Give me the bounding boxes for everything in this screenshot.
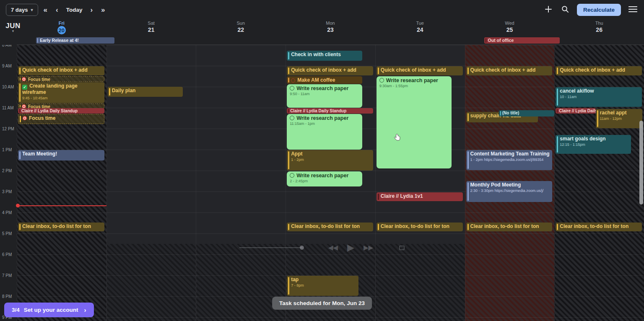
day-column-sat[interactable] (106, 45, 196, 321)
time-label: 12 PM (2, 127, 16, 131)
view-range-label: 7 days (11, 7, 28, 13)
calendar-event[interactable]: Focus time (18, 114, 104, 124)
event-title: cancel akiflow (560, 88, 640, 94)
calendar-event[interactable]: Write research paper2 - 2:45pm (287, 171, 362, 186)
calendar-event[interactable]: Quick check of inbox + add (556, 66, 642, 75)
calendar-event[interactable]: Daily plan (108, 87, 183, 97)
event-title: Monthly Pod Meeting (470, 182, 551, 188)
day-column-thu[interactable] (554, 45, 644, 321)
calendar-event[interactable]: Focus time (18, 76, 104, 82)
calendar-event[interactable]: Content Marketing Team Training1 - 2pm h… (466, 150, 553, 170)
all-day-event[interactable]: Out of office (484, 37, 560, 44)
event-title: Make AM coffee (291, 78, 361, 83)
vertical-scrollbar[interactable] (639, 121, 643, 205)
event-title: Claire // Lydia 1v1 (381, 194, 461, 199)
play-icon[interactable]: ▶ (347, 242, 354, 253)
event-title: Clear inbox, to-do list for ton (22, 224, 103, 230)
day-header-sun[interactable]: Sun22 (196, 19, 286, 37)
toolbar-left: 7 days ▾ « ‹ Today › » (6, 4, 108, 16)
calendar-event[interactable]: ✓Create landing page wireframe9:45 - 10:… (18, 82, 104, 103)
evening-hatch (376, 244, 465, 321)
event-title: Write research paper (290, 173, 361, 179)
scheduled-toast: Task scheduled for Mon, Jun 23 (272, 297, 372, 310)
calendar-event[interactable]: Write research paper9:50 - 11am (287, 84, 362, 108)
calendar-event[interactable]: (No title) (499, 110, 555, 116)
current-time-dot (16, 204, 20, 207)
calendar-event[interactable]: Write research paper11:15am - 1pm (287, 114, 362, 150)
event-title: Clear inbox, to-do list for ton (381, 224, 461, 230)
toolbar: 7 days ▾ « ‹ Today › » Recalculate (0, 0, 644, 19)
fullscreen-icon[interactable] (399, 246, 405, 250)
nav-prev-button[interactable]: ‹ (53, 5, 61, 14)
view-range-select[interactable]: 7 days ▾ (6, 4, 38, 16)
search-button[interactable] (560, 4, 570, 16)
calendar-event[interactable]: Clear inbox, to-do list for ton (18, 223, 104, 231)
day-column-sun[interactable] (196, 45, 286, 321)
calendar-event[interactable]: Quick check of inbox + add (18, 66, 104, 75)
day-header-sat[interactable]: Sat21 (106, 19, 196, 37)
day-header-thu[interactable]: Thu26 (554, 19, 644, 37)
calendar-event[interactable]: rachel appt11am - 12pm (596, 109, 642, 128)
calendar-event[interactable]: Clear inbox, to-do list for ton (466, 223, 553, 231)
plus-icon (544, 5, 553, 15)
day-name: Thu (595, 21, 603, 26)
calendar-event[interactable]: Claire // Lydia 1v1 (377, 192, 463, 201)
calendar-event[interactable]: tap7 - 8pm (287, 276, 358, 296)
month-selector[interactable]: JUN ▾ (4, 22, 22, 32)
day-header-fri[interactable]: Fri20 (17, 19, 106, 37)
day-header-tue[interactable]: Tue24 (375, 19, 465, 37)
calendar-event[interactable]: smart goals design12:15 - 1:15pm (556, 135, 631, 154)
event-time: 2 - 2:45pm (290, 179, 361, 183)
rewind-icon[interactable]: ◀◀ (328, 244, 338, 251)
event-title: Quick check of inbox + add (291, 67, 371, 73)
fast-forward-icon[interactable]: ▶▶ (364, 244, 373, 251)
day-header-row: Fri20Sat21Sun22Mon23Tue24Wed25Thu26 (0, 19, 644, 37)
add-event-button[interactable] (543, 4, 553, 16)
event-title: Quick check of inbox + add (470, 67, 551, 73)
chevron-right-icon: › (84, 306, 86, 313)
calendar-event[interactable]: Check in with clients (287, 51, 362, 61)
setup-account-button[interactable]: 3/4 Set up your account › (4, 303, 94, 317)
event-title: Clear inbox, to-do list for ton (470, 224, 551, 230)
event-title: Write research paper (379, 78, 450, 83)
nav-next-button[interactable]: › (87, 5, 96, 14)
day-header-wed[interactable]: Wed25 (465, 19, 555, 37)
hour-line (17, 171, 644, 171)
event-title: Write research paper (290, 115, 361, 121)
calendar-event[interactable]: Team Meeting! (18, 150, 104, 160)
calendar-event[interactable]: Clear inbox, to-do list for ton (377, 223, 463, 231)
calendar-event[interactable]: Claire // Lydia Daily Standup (18, 108, 104, 114)
calendar-event[interactable]: Appt1 - 2pm (287, 150, 373, 171)
event-time: 2:30 - 3:30pm https://siegemedia.zoom.us… (470, 189, 551, 193)
recalculate-button[interactable]: Recalculate (577, 4, 621, 16)
calendar-event[interactable]: Make AM coffee (287, 76, 362, 84)
menu-button[interactable] (628, 5, 638, 15)
all-day-event[interactable]: Early Release at 4! (36, 37, 114, 44)
circle-green-icon (290, 116, 294, 120)
time-label: 4 PM (2, 210, 16, 215)
calendar-event[interactable]: Clear inbox, to-do list for ton (556, 223, 642, 231)
calendar-event[interactable]: cancel akiflow10 - 11am (556, 87, 642, 107)
time-label: 5 PM (2, 231, 16, 236)
today-button[interactable]: Today (64, 6, 85, 14)
day-header-mon[interactable]: Mon23 (286, 19, 375, 37)
calendar-event[interactable]: Quick check of inbox + add (377, 66, 463, 75)
calendar-event[interactable]: Claire // Lydia Daily Standup (287, 108, 373, 114)
calendar-event[interactable]: Monthly Pod Meeting2:30 - 3:30pm https:/… (466, 181, 553, 202)
circle-red-icon (291, 78, 295, 83)
player-seekbar[interactable] (239, 247, 302, 248)
toolbar-right: Recalculate (543, 4, 638, 16)
event-title: ✓Create landing page wireframe (22, 83, 103, 96)
nav-last-button[interactable]: » (98, 5, 108, 14)
day-name: Mon (326, 21, 335, 26)
calendar-event[interactable]: Quick check of inbox + add (466, 66, 553, 75)
calendar-event[interactable]: Write research paper9:30am - 1:55pm (377, 76, 452, 168)
event-title: tap (291, 277, 357, 283)
nav-first-button[interactable]: « (41, 5, 50, 14)
calendar-event[interactable]: Quick check of inbox + add (287, 66, 373, 75)
calendar-event[interactable]: Claire // Lydia Daily Standup (556, 108, 596, 114)
calendar-event[interactable]: Clear inbox, to-do list for ton (287, 223, 373, 231)
day-name: Fri (59, 21, 65, 26)
day-number: 25 (506, 26, 513, 33)
search-icon (561, 5, 569, 15)
